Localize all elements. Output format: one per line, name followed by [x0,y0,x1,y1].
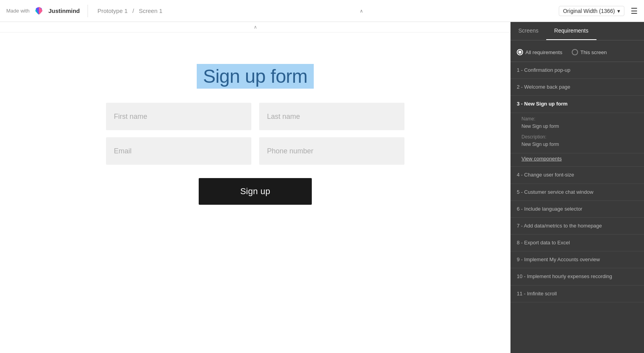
radio-all-label: All requirements [525,49,562,55]
chevron-down-icon: ▾ [617,8,620,14]
collapse-icon[interactable]: ∧ [254,24,257,30]
canvas-area: ∧ Sign up form Sign up [0,22,510,353]
desc-detail-label: Description: [521,134,546,140]
radio-all-requirements[interactable]: All requirements [517,49,562,55]
tab-screens[interactable]: Screens [510,22,546,40]
signup-button[interactable]: Sign up [199,178,312,205]
req-item-9[interactable]: 9 - Implement My Accounts overview [510,251,644,268]
topbar-center: ∧ [164,8,559,14]
topbar: Made with Justinmind Prototype 1 / Scree… [0,0,644,22]
collapse-bar: ∧ [0,22,510,33]
req-item-11[interactable]: 11 - Imfinite scroll [510,286,644,302]
width-label: Original Width (1366) [563,8,615,14]
name-detail-label: Name: [521,116,535,122]
req-detail-3: Name: New Sign up form Description: New … [510,113,644,154]
req-item-10[interactable]: 10 - Implement hourly expenses recording [510,268,644,285]
radio-screen-circle [572,49,578,55]
view-components-link[interactable]: View components [510,153,644,167]
prototype-label[interactable]: Prototype 1 [97,7,128,14]
panel-tabs: Screens Requirements [510,22,644,40]
req-item-3[interactable]: 3 - New Sign up form [510,96,644,113]
radio-this-screen[interactable]: This screen [572,49,607,55]
form-container: Sign up form Sign up [0,33,510,220]
req-item-4[interactable]: 4 - Change user font-size [510,167,644,184]
panel-content: All requirements This screen 1 - Confirm… [510,40,644,353]
radio-all-circle [517,49,523,55]
collapse-topbar-btn[interactable]: ∧ [360,8,363,14]
phone-input[interactable] [259,137,404,165]
tab-requirements[interactable]: Requirements [546,22,596,40]
width-selector[interactable]: Original Width (1366) ▾ [559,6,624,16]
form-title: Sign up form [197,64,314,89]
hamburger-menu-icon[interactable]: ☰ [631,6,638,16]
form-row-contact [106,137,404,165]
form-row-name [106,103,404,130]
topbar-right: Original Width (1366) ▾ ☰ [559,6,638,16]
breadcrumb: Prototype 1 / Screen 1 [96,7,164,14]
req-item-2[interactable]: 2 - Welcome back page [510,79,644,96]
req-item-7[interactable]: 7 - Add data/metrics to the homepage [510,218,644,235]
name-detail-value: New Sign up form [521,124,559,129]
radio-section: All requirements This screen [510,45,644,62]
justinmind-logo [33,5,45,17]
main-layout: ∧ Sign up form Sign up Screens Requireme… [0,22,644,353]
last-name-input[interactable] [259,103,404,130]
breadcrumb-separator: / [132,7,134,14]
first-name-input[interactable] [106,103,251,130]
brand-section: Made with Justinmind [6,5,88,17]
req-item-8[interactable]: 8 - Export data to Excel [510,235,644,251]
screen-label[interactable]: Screen 1 [139,7,163,14]
right-panel: Screens Requirements All requirements Th… [510,22,644,353]
req-item-5[interactable]: 5 - Custumer service chat window [510,184,644,201]
desc-detail-value: New Sign up form [521,142,559,147]
req-item-6[interactable]: 6 - Include language selector [510,201,644,218]
radio-screen-label: This screen [580,49,607,55]
made-with-label: Made with [6,8,29,14]
req-item-1[interactable]: 1 - Confirmation pop-up [510,62,644,79]
email-input[interactable] [106,137,251,165]
brand-name: Justinmind [48,7,80,14]
